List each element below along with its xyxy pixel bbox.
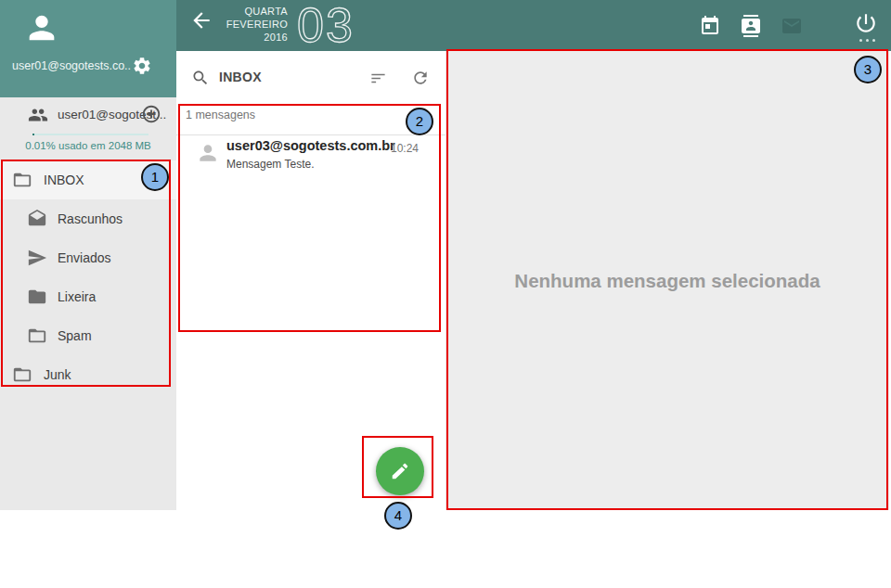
- folder-filled-icon: [27, 287, 47, 307]
- no-message-selected-text: Nenhuma mensagem selecionada: [446, 270, 889, 292]
- sidebar-item-trash[interactable]: Lixeira: [0, 277, 176, 316]
- folder-label: INBOX: [44, 160, 84, 199]
- person-icon: [23, 9, 60, 46]
- contacts-module-button[interactable]: [740, 15, 762, 37]
- mail-module-button-active[interactable]: [781, 15, 803, 37]
- message-list-item[interactable]: user03@sogotests.com.br 10:24 Mensagem T…: [176, 135, 446, 180]
- sidebar-item-junk[interactable]: Junk: [0, 355, 176, 394]
- sort-button[interactable]: [369, 70, 387, 87]
- folder-outline-icon: [12, 364, 32, 385]
- mail-icon: [781, 15, 803, 37]
- message-subject: Mensagem Teste.: [226, 158, 315, 171]
- annotation-marker-1: 1: [141, 163, 169, 191]
- back-button[interactable]: [189, 8, 213, 32]
- compose-button[interactable]: [376, 447, 424, 495]
- quota-progress-bar: [32, 134, 148, 135]
- date-month: FEVEREIRO: [212, 18, 288, 31]
- drafts-icon: [27, 209, 47, 229]
- sogo-webmail-app: QUARTA FEVEREIRO 2016 03 user01@sogotest…: [0, 0, 891, 588]
- current-date: QUARTA FEVEREIRO 2016: [212, 5, 288, 44]
- sidebar-item-sent[interactable]: Enviados: [0, 238, 176, 277]
- message-view-panel: Nenhuma mensagem selecionada: [446, 51, 889, 510]
- folder-label: Rascunhos: [58, 199, 123, 238]
- annotation-marker-3: 3: [854, 56, 882, 83]
- sidebar-account-header: user01@sogotests.co...: [0, 0, 176, 97]
- folder-label: Enviados: [58, 238, 111, 277]
- gear-icon: [132, 56, 152, 76]
- date-year: 2016: [212, 31, 288, 44]
- sidebar-item-drafts[interactable]: Rascunhos: [0, 199, 176, 238]
- annotation-marker-2: 2: [406, 108, 433, 135]
- send-icon: [27, 248, 47, 268]
- search-icon[interactable]: [191, 69, 210, 87]
- avatar: [23, 9, 60, 46]
- date-weekday: QUARTA: [212, 5, 288, 18]
- sort-icon: [369, 70, 387, 87]
- message-sender: user03@sogotests.com.br: [226, 138, 395, 153]
- quota-progress-fill: [32, 134, 34, 135]
- compose-pencil-icon: [390, 461, 410, 481]
- ellipsis-dots-icon: [859, 39, 875, 42]
- arrow-back-icon: [189, 8, 213, 32]
- mail-toolbar: QUARTA FEVEREIRO 2016 03: [176, 0, 891, 51]
- contacts-icon: [740, 15, 762, 37]
- folder-label: Lixeira: [58, 277, 96, 316]
- account-email: user01@sogotests.co...: [12, 59, 131, 72]
- people-icon: [28, 105, 48, 125]
- svg-text:03: 03: [297, 0, 355, 51]
- mailbox-title: INBOX: [219, 51, 262, 104]
- add-circle-icon: [141, 104, 161, 124]
- message-time: 10:24: [391, 142, 428, 155]
- date-day-number: 03: [295, 0, 369, 51]
- folder-label: Spam: [58, 316, 92, 355]
- sender-avatar-person-icon: [196, 141, 220, 165]
- sidebar-item-spam[interactable]: Spam: [0, 316, 176, 355]
- quota-text: 0.01% usado em 2048 MB: [0, 140, 176, 151]
- calendar-module-button[interactable]: [699, 15, 721, 37]
- power-icon: [854, 11, 878, 35]
- logout-button[interactable]: [854, 11, 878, 35]
- message-count: 1 mensagens: [186, 109, 255, 121]
- refresh-button[interactable]: [411, 69, 430, 87]
- add-folder-button[interactable]: [141, 104, 161, 124]
- annotation-marker-4: 4: [384, 502, 412, 530]
- calendar-icon: [699, 15, 721, 37]
- refresh-icon: [411, 69, 430, 87]
- folder-outline-icon: [12, 170, 32, 190]
- folder-outline-icon: [27, 326, 47, 346]
- settings-button[interactable]: [132, 56, 152, 76]
- folder-label: Junk: [44, 355, 71, 394]
